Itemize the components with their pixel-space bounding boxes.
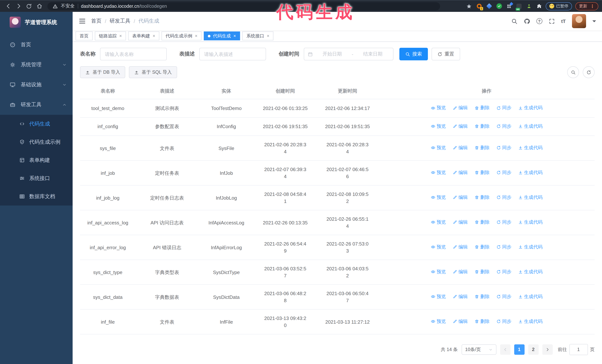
extension-on-badge-icon[interactable]: on (516, 3, 522, 10)
preview-link[interactable]: 预览 (431, 219, 446, 226)
browser-back-button[interactable] (4, 2, 13, 10)
generate-code-link[interactable]: 生成代码 (518, 104, 543, 112)
delete-link[interactable]: 删除 (474, 123, 490, 130)
edit-link[interactable]: 编辑 (452, 244, 468, 251)
generate-code-link[interactable]: 生成代码 (518, 194, 543, 201)
sidebar-item-database-docs[interactable]: 数据库文档 (0, 187, 73, 206)
sync-link[interactable]: 同步 (496, 318, 511, 325)
search-icon[interactable] (511, 18, 517, 24)
sync-link[interactable]: 同步 (496, 219, 511, 226)
page-button-1[interactable]: 1 (514, 344, 524, 355)
import-from-sql-button[interactable]: 基于 SQL 导入 (129, 66, 177, 78)
reset-button[interactable]: 重置 (431, 48, 460, 60)
browser-home-button[interactable] (35, 2, 44, 10)
tab-link-tracing[interactable]: 链路追踪× (95, 31, 126, 40)
preview-link[interactable]: 预览 (431, 194, 446, 201)
sync-link[interactable]: 同步 (496, 194, 511, 201)
date-range-picker[interactable]: 开始日期 - 结束日期 (304, 48, 393, 60)
delete-link[interactable]: 删除 (474, 145, 490, 151)
delete-link[interactable]: 删除 (474, 293, 490, 300)
preview-link[interactable]: 预览 (431, 269, 446, 275)
close-icon[interactable]: × (195, 34, 197, 38)
table-desc-input[interactable] (199, 48, 266, 60)
font-size-icon[interactable]: tT (561, 18, 566, 24)
extension-green-check-icon[interactable] (496, 3, 502, 10)
sync-link[interactable]: 同步 (496, 104, 511, 112)
sync-link[interactable]: 同步 (496, 145, 511, 151)
generate-code-link[interactable]: 生成代码 (518, 269, 543, 275)
sidebar-item-system-management[interactable]: 系统管理 (0, 55, 73, 75)
extensions-puzzle-icon[interactable] (536, 3, 542, 10)
fullscreen-icon[interactable] (548, 18, 555, 24)
delete-link[interactable]: 删除 (474, 269, 490, 275)
prev-page-button[interactable] (500, 344, 510, 355)
delete-link[interactable]: 删除 (474, 244, 490, 251)
avatar[interactable] (572, 14, 586, 28)
tab-system-api[interactable]: 系统接口× (242, 31, 273, 40)
breadcrumb-dev-tools[interactable]: 研发工具 (110, 18, 130, 24)
sync-link[interactable]: 同步 (496, 123, 511, 130)
delete-link[interactable]: 删除 (474, 104, 490, 112)
extension-blue-gem-icon[interactable] (486, 3, 492, 10)
edit-link[interactable]: 编辑 (452, 104, 468, 112)
sync-link[interactable]: 同步 (496, 169, 511, 176)
delete-link[interactable]: 删除 (474, 219, 490, 226)
close-icon[interactable]: × (267, 34, 269, 38)
preview-link[interactable]: 预览 (431, 169, 446, 176)
tab-form-builder[interactable]: 表单构建× (128, 31, 159, 40)
edit-link[interactable]: 编辑 (452, 269, 468, 275)
preview-link[interactable]: 预览 (431, 104, 446, 112)
edit-link[interactable]: 编辑 (452, 293, 468, 300)
generate-code-link[interactable]: 生成代码 (518, 169, 543, 176)
generate-code-link[interactable]: 生成代码 (518, 219, 543, 226)
edit-link[interactable]: 编辑 (452, 123, 468, 130)
page-button-2[interactable]: 2 (528, 344, 538, 355)
import-from-db-button[interactable]: 基于 DB 导入 (80, 66, 125, 78)
preview-link[interactable]: 预览 (431, 123, 446, 130)
bookmark-star-icon[interactable] (466, 3, 472, 10)
edit-link[interactable]: 编辑 (452, 145, 468, 151)
breadcrumb-home[interactable]: 首页 (91, 18, 101, 24)
tab-code-generation[interactable]: 代码生成× (204, 31, 240, 40)
browser-menu-kebab-icon[interactable]: ⋮ (590, 3, 595, 9)
preview-link[interactable]: 预览 (431, 244, 446, 251)
extension-green-person-icon[interactable] (526, 3, 532, 10)
preview-link[interactable]: 预览 (431, 293, 446, 300)
delete-link[interactable]: 删除 (474, 169, 490, 176)
delete-link[interactable]: 删除 (474, 318, 490, 325)
address-bar[interactable]: 不安全 dashboard.yudao.iocoder.cn/tool/code… (47, 2, 440, 10)
edit-link[interactable]: 编辑 (452, 194, 468, 201)
browser-forward-button[interactable] (14, 2, 23, 10)
sidebar-item-infrastructure[interactable]: 基础设施 (0, 75, 73, 95)
generate-code-link[interactable]: 生成代码 (518, 318, 543, 325)
generate-code-link[interactable]: 生成代码 (518, 145, 543, 151)
sidebar-item-form-builder[interactable]: 表单构建 (0, 151, 73, 169)
paused-indicator[interactable]: 已暂停 (546, 2, 572, 10)
preview-link[interactable]: 预览 (431, 318, 446, 325)
generate-code-link[interactable]: 生成代码 (518, 123, 543, 130)
edit-link[interactable]: 编辑 (452, 318, 468, 325)
generate-code-link[interactable]: 生成代码 (518, 293, 543, 300)
tab-home[interactable]: 首页 (75, 31, 93, 40)
toggle-search-button[interactable] (567, 66, 579, 78)
sync-link[interactable]: 同步 (496, 269, 511, 275)
edit-link[interactable]: 编辑 (452, 169, 468, 176)
caret-down-icon[interactable] (592, 20, 596, 24)
close-icon[interactable]: × (153, 34, 155, 38)
next-page-button[interactable] (542, 344, 553, 355)
goto-page-input[interactable] (569, 344, 588, 355)
edit-link[interactable]: 编辑 (452, 219, 468, 226)
github-icon[interactable] (524, 18, 530, 24)
browser-reload-button[interactable] (24, 2, 33, 10)
chrome-update-button[interactable]: 更新 ⋮ (575, 2, 598, 10)
table-name-input[interactable] (100, 48, 167, 60)
close-icon[interactable]: × (233, 34, 236, 38)
search-button[interactable]: 搜索 (399, 48, 428, 60)
delete-link[interactable]: 删除 (474, 194, 490, 201)
sync-link[interactable]: 同步 (496, 293, 511, 300)
preview-link[interactable]: 预览 (431, 145, 446, 151)
sidebar-item-codegen-example[interactable]: 代码生成示例 (0, 133, 73, 151)
sidebar-item-home[interactable]: 首页 (0, 35, 73, 55)
sidebar-collapse-icon[interactable] (78, 17, 86, 25)
sidebar-item-dev-tools[interactable]: 研发工具 (0, 95, 73, 115)
